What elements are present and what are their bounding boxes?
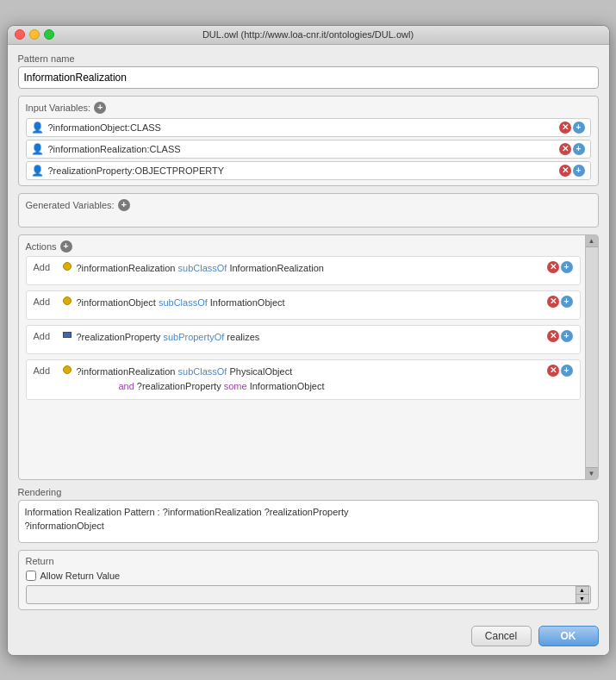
input-variables-header: Input Variables: + xyxy=(26,102,591,114)
keyword-subclassof: subClassOf xyxy=(178,263,227,273)
action-text: ?informationRealization subClassOf Physi… xyxy=(77,365,542,395)
row-controls: ✕ + xyxy=(559,165,585,177)
stepper-up[interactable]: ▲ xyxy=(576,586,589,596)
pattern-name-section: Pattern name xyxy=(18,53,599,89)
return-input-container: ▲ ▼ xyxy=(26,585,591,604)
generated-variables-section: Generated Variables: + xyxy=(18,193,599,228)
row-controls: ✕ + xyxy=(559,122,585,134)
remove-variable-button[interactable]: ✕ xyxy=(559,122,571,134)
minimize-button[interactable] xyxy=(29,29,40,40)
generated-variables-header: Generated Variables: + xyxy=(26,199,591,211)
rendering-label: Rendering xyxy=(18,487,599,497)
person-icon: 👤 xyxy=(32,143,44,155)
allow-return-checkbox[interactable] xyxy=(26,571,36,581)
row-controls: ✕ + xyxy=(547,330,573,342)
maximize-button[interactable] xyxy=(44,29,54,40)
variable-text: ?informationObject:CLASS xyxy=(48,122,555,133)
close-button[interactable] xyxy=(15,29,25,40)
cancel-button[interactable]: Cancel xyxy=(471,626,532,646)
action-text: ?informationObject subClassOf Informatio… xyxy=(77,296,542,311)
action-row: Add ?realizationProperty subPropertyOf r… xyxy=(26,325,581,354)
remove-action-button[interactable]: ✕ xyxy=(547,365,559,377)
ok-button[interactable]: OK xyxy=(538,626,599,646)
remove-variable-button[interactable]: ✕ xyxy=(559,143,571,155)
person-icon: 👤 xyxy=(32,122,44,134)
add-action-button[interactable]: + xyxy=(60,240,72,253)
variable-row: 👤 ?informationObject:CLASS ✕ + xyxy=(26,118,591,137)
action-add-label: Add xyxy=(34,330,58,341)
action-row: Add ?informationRealization subClassOf I… xyxy=(26,256,581,285)
main-window: DUL.owl (http://www.loa-cnr.it/ontologie… xyxy=(7,25,610,656)
input-variables-label: Input Variables: xyxy=(26,103,91,113)
person-icon: 👤 xyxy=(32,165,44,177)
stepper-down[interactable]: ▼ xyxy=(576,595,589,603)
pattern-name-input[interactable] xyxy=(18,66,599,89)
scrollbar[interactable]: ▲ ▼ xyxy=(585,235,598,479)
actions-label: Actions xyxy=(26,241,57,252)
edit-action-button[interactable]: + xyxy=(561,365,573,377)
class-dot-icon xyxy=(63,296,72,305)
edit-action-button[interactable]: + xyxy=(561,330,573,342)
scroll-down-button[interactable]: ▼ xyxy=(586,467,598,479)
remove-action-button[interactable]: ✕ xyxy=(547,261,559,273)
action-text: ?realizationProperty subPropertyOf reali… xyxy=(77,330,542,346)
class-dot-icon xyxy=(63,365,72,374)
return-header: Return xyxy=(26,556,591,566)
keyword-some: some xyxy=(224,381,247,391)
variable-text: ?informationRealization:CLASS xyxy=(48,144,555,154)
return-section: Return Allow Return Value ▲ ▼ xyxy=(18,550,599,610)
action-add-label: Add xyxy=(34,365,58,376)
remove-variable-button[interactable]: ✕ xyxy=(559,165,571,177)
keyword-subpropertyof: subPropertyOf xyxy=(163,332,224,342)
variable-row: 👤 ?informationRealization:CLASS ✕ + xyxy=(26,140,591,159)
rendering-section: Rendering Information Realization Patter… xyxy=(18,487,599,543)
keyword-subclassof: subClassOf xyxy=(159,297,208,308)
action-row: Add ?informationObject subClassOf Inform… xyxy=(26,290,581,320)
keyword-subclassof: subClassOf xyxy=(178,366,227,377)
window-body: Pattern name Input Variables: + 👤 ?infor… xyxy=(8,45,609,619)
edit-action-button[interactable]: + xyxy=(561,296,573,308)
actions-scroll-area[interactable]: Add ?informationRealization subClassOf I… xyxy=(19,256,598,479)
remove-action-button[interactable]: ✕ xyxy=(547,330,559,342)
rendering-value: Information Realization Pattern : ?infor… xyxy=(18,500,599,543)
title-bar: DUL.owl (http://www.loa-cnr.it/ontologie… xyxy=(8,26,609,45)
bottom-bar: Cancel OK xyxy=(8,619,609,655)
generated-variables-label: Generated Variables: xyxy=(26,200,115,210)
edit-action-button[interactable]: + xyxy=(561,261,573,273)
row-controls: ✕ + xyxy=(547,296,573,308)
pattern-name-label: Pattern name xyxy=(18,53,599,64)
remove-action-button[interactable]: ✕ xyxy=(547,296,559,308)
keyword-and: and xyxy=(118,381,134,391)
add-generated-variable-button[interactable]: + xyxy=(118,199,130,211)
row-controls: ✕ + xyxy=(547,261,573,273)
stepper-control[interactable]: ▲ ▼ xyxy=(576,586,589,603)
actions-header: Actions + xyxy=(19,235,598,256)
row-controls: ✕ + xyxy=(547,365,573,377)
row-controls: ✕ + xyxy=(559,143,585,155)
action-row: Add ?informationRealization subClassOf P… xyxy=(26,359,581,400)
add-input-variable-button[interactable]: + xyxy=(94,102,106,114)
class-dot-icon xyxy=(63,262,72,271)
action-text: ?informationRealization subClassOf Infor… xyxy=(77,261,542,277)
property-rect-icon xyxy=(63,332,72,338)
input-variables-section: Input Variables: + 👤 ?informationObject:… xyxy=(18,96,599,186)
allow-return-label: Allow Return Value xyxy=(40,571,121,581)
action-add-label: Add xyxy=(34,296,58,307)
return-value-input[interactable] xyxy=(26,585,591,604)
variable-row: 👤 ?realizationProperty:OBJECTPROPERTY ✕ … xyxy=(26,161,591,180)
edit-variable-button[interactable]: + xyxy=(573,165,585,177)
window-title: DUL.owl (http://www.loa-cnr.it/ontologie… xyxy=(202,29,414,40)
variable-text: ?realizationProperty:OBJECTPROPERTY xyxy=(48,165,555,176)
allow-return-row: Allow Return Value xyxy=(26,571,591,581)
actions-section: Actions + Add ?informationRealization su… xyxy=(18,234,599,480)
window-controls xyxy=(15,29,54,40)
action-add-label: Add xyxy=(34,261,58,272)
edit-variable-button[interactable]: + xyxy=(573,122,585,134)
edit-variable-button[interactable]: + xyxy=(573,143,585,155)
scroll-up-button[interactable]: ▲ xyxy=(586,235,598,247)
